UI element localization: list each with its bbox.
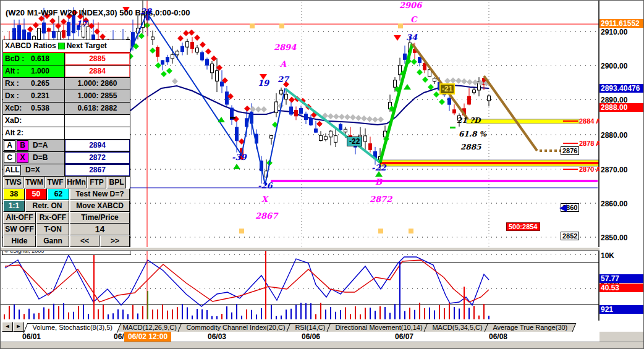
ratio-target: 1.000: 2860: [65, 78, 130, 90]
date-label: 06/: [114, 332, 124, 341]
ratio-target: 2884: [65, 65, 130, 77]
ratio-target: [65, 127, 130, 139]
crosshair-date-flag: 06/02 12:00: [124, 332, 171, 342]
date-axis[interactable]: 06/0106/06/0306/0606/0706/0806/02 12:00: [1, 332, 600, 342]
point-relation-label: D=B: [33, 152, 48, 164]
bpl-button[interactable]: BPL: [107, 177, 126, 188]
date-label: 06/08: [489, 332, 507, 341]
tab-label: MACD(12,26,9,C): [122, 324, 176, 331]
ratio-label: Alt :: [5, 65, 31, 77]
green-square-icon: [58, 43, 65, 49]
level-38-button[interactable]: 38: [3, 188, 25, 200]
twm-button[interactable]: TWM: [24, 177, 44, 188]
period-value-button[interactable]: 14: [70, 224, 130, 235]
ratio-label: Dx :: [5, 90, 31, 102]
ratio-target: 2885: [65, 53, 130, 65]
level-50-button[interactable]: 50: [25, 188, 47, 200]
point-price: 2867: [65, 164, 130, 176]
current-price-flag: 57.77: [600, 274, 644, 283]
date-label: 06/03: [208, 332, 226, 341]
tab-scroll-right-button[interactable]: ►: [13, 322, 24, 332]
chart-title: (W20 M1-W9F W20 INDEX,30) 500 Bars,0:00-…: [6, 8, 190, 17]
current-price-flag: 40.53: [600, 284, 644, 292]
ratio-label: XcD:: [5, 103, 31, 114]
tab-volume-stochastic-8-3-5[interactable]: Volume, Stochastic(8(3),5): [23, 323, 121, 333]
current-price-flag: 2888.00: [600, 103, 644, 112]
ratio-value: 0.265: [31, 78, 49, 90]
move-xabcd-button[interactable]: Move XABCD: [70, 200, 130, 212]
panel-title: XABCD Ratios: [3, 40, 56, 52]
time-price-button[interactable]: Time/Price: [70, 212, 130, 224]
tws-button[interactable]: TWS: [3, 177, 23, 188]
ratio-value: 0.538: [31, 103, 49, 114]
ratio-rows: BcD :0.6182885Alt :1.0002884Rx :0.2651.0…: [3, 53, 130, 140]
rx-off-button[interactable]: Rx-OFF: [36, 212, 69, 224]
ratio-value: 0.618: [31, 53, 49, 65]
price-axis[interactable]: 2910.002900.002890.002880.002870.002860.…: [600, 1, 644, 342]
current-price-flag: 2911.61552: [600, 19, 644, 28]
axis-price-label: 2850.00: [601, 233, 627, 242]
tab-label: Volume, Stochastic(8(3),5): [32, 324, 112, 331]
ratio-target: 0.618: 2882: [65, 103, 130, 114]
axis-price-label: 2860.00: [601, 200, 627, 208]
tab-label: Directional Movement(10,14): [336, 324, 423, 331]
date-label: 06/07: [395, 332, 413, 341]
tab-label: Average True Range(30): [493, 324, 567, 331]
ratio-label: BcD :: [5, 53, 31, 65]
current-price-flag: 2893.40476: [600, 84, 644, 93]
tab-scroll-left-button[interactable]: ◄: [2, 322, 13, 332]
panel-target-title: Next Target: [67, 40, 107, 52]
alt-off-button[interactable]: Alt-OFF: [3, 212, 36, 224]
point-cell[interactable]: ALL: [4, 165, 21, 175]
point-rows: ABD=A2894CXD=B2872ALLD=X2867: [3, 140, 130, 177]
point-cell-highlight[interactable]: X: [17, 153, 28, 163]
point-price: 2872: [65, 152, 130, 164]
ratio-value: 0.231: [31, 90, 49, 102]
date-label: 06/06: [302, 332, 320, 341]
point-price: 2894: [65, 140, 130, 151]
axis-price-label: 2880.00: [601, 131, 627, 140]
test-new-d-button[interactable]: Test New D=?: [70, 188, 130, 200]
ratio-label: XaD:: [5, 115, 31, 127]
point-relation-label: D=A: [33, 140, 48, 151]
ratio-value: 1.000: [31, 65, 49, 77]
back-button[interactable]: <<: [70, 235, 100, 247]
hrmn-button[interactable]: HrMn: [66, 177, 87, 188]
panel-separator[interactable]: [1, 247, 600, 251]
tab-label: MACD(5,34,5,C): [433, 324, 483, 331]
sw-off-button[interactable]: SW OFF: [3, 224, 36, 235]
axis-price-label: 2900.00: [601, 62, 627, 70]
retr-on-button[interactable]: Retr. ON: [25, 200, 69, 212]
axis-price-label: 2910.00: [601, 28, 627, 36]
gann-button[interactable]: Gann: [36, 235, 69, 247]
ratio-target: [65, 115, 130, 127]
level-62-button[interactable]: 62: [48, 188, 69, 200]
point-cell[interactable]: A: [4, 140, 15, 151]
point-cell[interactable]: C: [4, 153, 15, 163]
one-to-one-button[interactable]: 1:1: [3, 200, 25, 212]
xabcd-panel: XABCD Ratios Next Target BcD :0.6182885A…: [2, 40, 130, 255]
ratio-label: Rx :: [5, 78, 31, 90]
tab-label: Commodity Channel Index(20,C): [186, 324, 285, 331]
current-price-flag: 921: [600, 305, 644, 314]
hide-button[interactable]: Hide: [3, 235, 36, 247]
point-cell-highlight[interactable]: B: [17, 140, 28, 151]
forward-button[interactable]: >>: [100, 235, 130, 247]
chart-window: (W20 M1-W9F W20 INDEX,30) 500 Bars,0:00-…: [0, 0, 644, 349]
axis-price-label: 2870.00: [601, 166, 627, 174]
indicator-tabs: Volume, Stochastic(8(3),5)MACD(12,26,9,C…: [25, 321, 570, 332]
axis-price-label: 10K: [601, 251, 614, 260]
twf-button[interactable]: TWF: [45, 177, 66, 188]
corner-fill: [600, 332, 644, 342]
tab-label: RSI(14,C): [295, 324, 326, 331]
t-on-button[interactable]: T-ON: [36, 224, 69, 235]
indicator-tabbar: ◄ ► Volume, Stochastic(8(3),5)MACD(12,26…: [1, 321, 644, 332]
ratio-target: 1.000: 2855: [65, 90, 130, 102]
ratio-label: Alt 2:: [5, 127, 31, 139]
ftp-button[interactable]: FTP: [87, 177, 106, 188]
point-relation-label: D=X: [25, 164, 40, 176]
window-bottom-strip: [1, 342, 644, 349]
date-label: 06/01: [22, 332, 41, 341]
